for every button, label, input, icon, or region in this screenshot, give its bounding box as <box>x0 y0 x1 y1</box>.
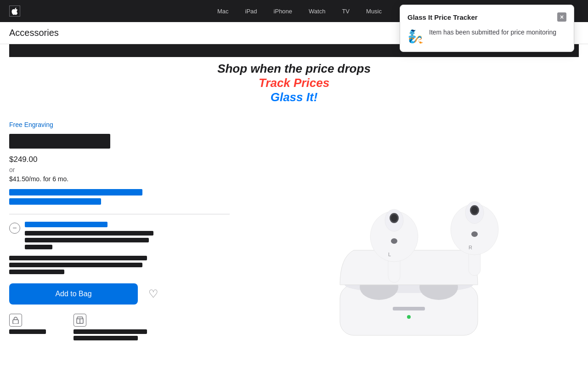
price-monthly: $41.50/mo. for 6 mo. <box>9 175 230 183</box>
nav-music[interactable]: Music <box>358 8 390 15</box>
lock-label-bar <box>9 329 46 334</box>
info-bar-1 <box>9 256 147 260</box>
svg-point-15 <box>391 238 397 244</box>
color-section: − <box>9 222 230 249</box>
airpods-pro-image: L R <box>312 128 505 340</box>
color-title-bar <box>25 222 107 227</box>
svg-text:R: R <box>469 245 472 250</box>
svg-point-23 <box>471 231 478 237</box>
svg-point-14 <box>391 214 397 222</box>
minus-button[interactable]: − <box>9 223 20 234</box>
blue-bar-1 <box>9 189 142 196</box>
nav-mac[interactable]: Mac <box>209 8 237 15</box>
actions-row: Add to Bag ♡ <box>9 283 230 305</box>
color-desc-bar3 <box>25 245 52 249</box>
nav-ipad[interactable]: iPad <box>237 8 266 15</box>
glass-it-close-button[interactable]: × <box>557 12 566 22</box>
left-panel: Free Engraving $249.00 or $41.50/mo. for… <box>9 121 230 342</box>
apple-logo[interactable] <box>9 6 20 17</box>
free-engraving-label[interactable]: Free Engraving <box>9 121 230 128</box>
color-desc-bar2 <box>25 238 149 242</box>
genie-icon: 🧞 <box>407 29 424 44</box>
info-bar-3 <box>9 270 64 274</box>
promo-glass-text: Glass It! <box>0 90 588 104</box>
color-desc-bar1 <box>25 231 153 236</box>
price-main: $249.00 <box>9 155 230 164</box>
add-to-bag-button[interactable]: Add to Bag <box>9 283 138 305</box>
glass-it-popup: Glass It Price Tracker × 🧞 Item has been… <box>400 5 574 52</box>
box-label-bar2 <box>74 336 138 340</box>
glass-it-body: 🧞 Item has been submitted for price moni… <box>407 28 566 44</box>
glass-it-title: Glass It Price Tracker <box>407 13 478 21</box>
divider <box>9 214 230 214</box>
info-bars <box>9 256 230 274</box>
nav-tv[interactable]: TV <box>334 8 358 15</box>
main-content: Free Engraving $249.00 or $41.50/mo. for… <box>0 112 588 351</box>
glass-it-header: Glass It Price Tracker × <box>407 12 566 22</box>
nav-watch[interactable]: Watch <box>300 8 334 15</box>
right-panel: L R <box>239 121 579 342</box>
svg-text:L: L <box>388 252 391 257</box>
promo-banner: Shop when the price drops Track Prices G… <box>0 57 588 112</box>
glass-it-message: Item has been submitted for price monito… <box>429 28 556 37</box>
promo-track-text: Track Prices <box>0 76 588 90</box>
svg-point-22 <box>471 207 478 214</box>
bottom-item-box <box>74 314 147 342</box>
svg-rect-0 <box>13 320 18 324</box>
svg-rect-7 <box>393 307 425 310</box>
blue-bar-2 <box>9 198 101 205</box>
nav-iphone[interactable]: iPhone <box>266 8 300 15</box>
product-title-bar <box>9 134 110 149</box>
svg-point-8 <box>407 315 411 319</box>
bottom-row <box>9 314 230 342</box>
wishlist-button[interactable]: ♡ <box>145 286 162 302</box>
box-icon <box>74 314 86 327</box>
accessories-label: Accessories <box>9 28 59 38</box>
promo-main-text: Shop when the price drops <box>0 62 588 76</box>
price-or: or <box>9 166 230 173</box>
heart-icon: ♡ <box>148 288 158 300</box>
info-bar-2 <box>9 263 142 267</box>
bottom-item-lock <box>9 314 46 342</box>
color-content <box>25 222 153 249</box>
lock-icon <box>9 314 22 327</box>
box-label-bar1 <box>74 329 147 334</box>
